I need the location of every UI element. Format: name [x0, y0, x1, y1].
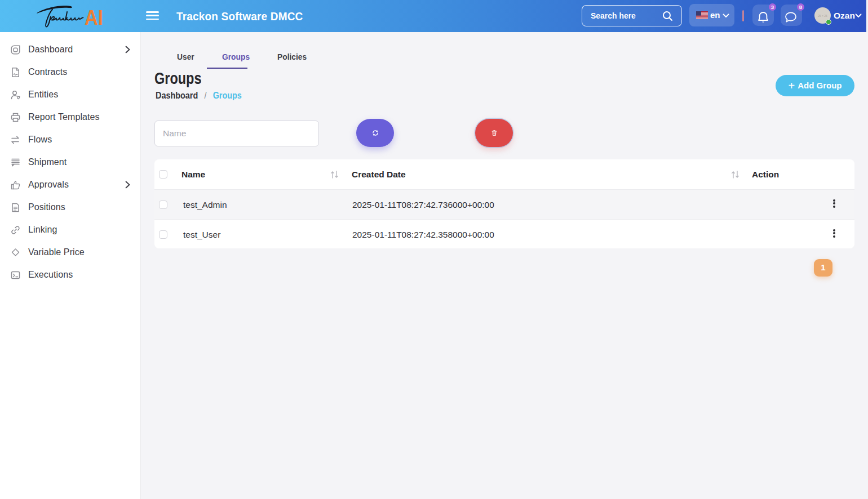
svg-text:AI: AI [85, 6, 103, 29]
